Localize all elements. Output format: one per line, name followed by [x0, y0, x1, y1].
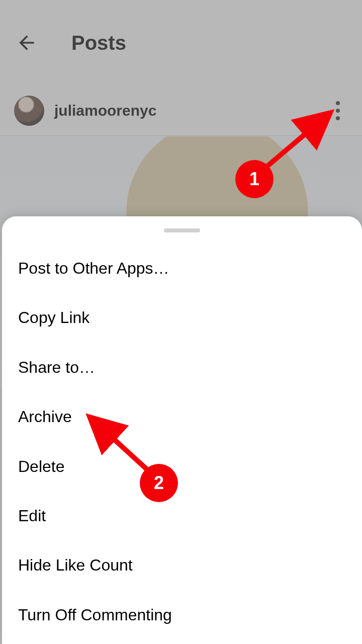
menu-item-hide-like-count[interactable]: Hide Like Count [18, 540, 346, 590]
options-menu: Post to Other Apps… Copy Link Share to… … [2, 244, 362, 639]
sheet-grabber[interactable] [164, 228, 200, 232]
menu-item-post-to-other-apps[interactable]: Post to Other Apps… [18, 244, 346, 293]
menu-item-copy-link[interactable]: Copy Link [18, 293, 346, 342]
menu-item-delete[interactable]: Delete [18, 442, 346, 491]
screen: Posts juliamoorenyc Post to Other Apps… … [0, 0, 362, 644]
menu-item-edit[interactable]: Edit [18, 491, 346, 540]
menu-item-turn-off-commenting[interactable]: Turn Off Commenting [18, 590, 346, 639]
bottom-sheet: Post to Other Apps… Copy Link Share to… … [2, 216, 362, 644]
menu-item-archive[interactable]: Archive [18, 392, 346, 441]
menu-item-share-to[interactable]: Share to… [18, 343, 346, 392]
